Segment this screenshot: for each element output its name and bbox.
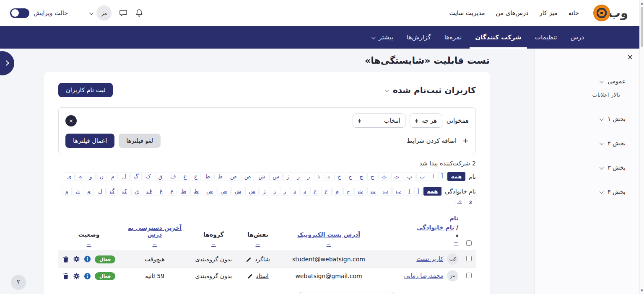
scroll-up-icon[interactable]: ▲	[640, 2, 644, 5]
collapse-column-link[interactable]: −	[153, 241, 157, 247]
firstname-initial-letter[interactable]: ن	[96, 172, 107, 181]
lastname-initial-letter[interactable]: ز	[270, 187, 279, 196]
lastname-initial-letter[interactable]: د	[300, 187, 309, 196]
lastname-initial-letter[interactable]: ا	[405, 187, 413, 196]
lastname-initial-letter[interactable]: گ	[106, 187, 118, 196]
drawer-section-3[interactable]: بخش ۲	[539, 140, 626, 147]
drawer-section-0[interactable]: عمومی	[539, 78, 626, 85]
lastname-initial-letter[interactable]: ژ	[260, 187, 269, 196]
firstname-initial-letter[interactable]: ف	[167, 172, 179, 181]
firstname-initial-letter[interactable]: آ	[438, 172, 447, 181]
lastname-initial-letter[interactable]: ق	[131, 187, 142, 196]
role-link[interactable]: شاگرد	[254, 256, 270, 263]
lastname-initial-letter[interactable]: ط	[190, 187, 202, 196]
topnav-link-2[interactable]: درس‌های من	[496, 10, 529, 16]
apply-filters-button[interactable]: اعمال فیلترها	[65, 134, 114, 148]
firstname-initial-letter[interactable]: ذ	[314, 172, 323, 181]
lastname-initial-letter[interactable]: ح	[321, 187, 331, 196]
info-icon[interactable]	[84, 255, 91, 263]
firstname-initial-letter[interactable]: ق	[155, 172, 166, 181]
enrolled-users-heading[interactable]: کاربران ثبت‌نام شده	[386, 85, 476, 95]
course-tab-4[interactable]: گزارش‌ها	[401, 26, 436, 49]
course-tab-1[interactable]: تنظیمات	[530, 26, 563, 49]
firstname-initial-letter[interactable]: ج	[367, 172, 377, 181]
lastname-initial-letter[interactable]: ض	[203, 187, 216, 196]
firstname-initial-letter[interactable]: ا	[429, 172, 437, 181]
firstname-initial-letter[interactable]: گ	[130, 172, 142, 181]
firstname-initial-letter[interactable]: ب	[416, 172, 428, 181]
match-select[interactable]: هر چه	[410, 113, 442, 128]
sort-by-lastname-link[interactable]: نام خانوادگی	[417, 224, 454, 231]
trash-icon[interactable]	[62, 273, 69, 279]
course-tab-5[interactable]: بیشتر	[367, 26, 399, 49]
gear-icon[interactable]	[73, 255, 80, 263]
role-link[interactable]: استاد	[256, 273, 268, 279]
topnav-link-1[interactable]: میز کار	[540, 10, 558, 16]
clear-filters-button[interactable]: لغو فیلترها	[119, 134, 161, 148]
gear-icon[interactable]	[73, 273, 80, 280]
lastname-initial-letter[interactable]: ذ	[290, 187, 299, 196]
edit-pencil-icon[interactable]	[247, 273, 253, 279]
firstname-initial-letter[interactable]: ز	[294, 172, 303, 181]
firstname-initial-letter[interactable]: ک	[143, 172, 154, 181]
close-icon[interactable]: ×	[627, 54, 633, 61]
lastname-initial-letter[interactable]: ج	[343, 187, 353, 196]
notifications-bell-icon[interactable]	[135, 9, 143, 17]
firstname-initial-letter[interactable]: غ	[180, 172, 190, 181]
lastname-initial-letter[interactable]: چ	[332, 187, 343, 196]
sort-by-firstname-link[interactable]: نام	[449, 215, 458, 222]
drawer-section-4[interactable]: بخش ۳	[539, 164, 626, 171]
messages-chat-icon[interactable]	[119, 9, 127, 17]
lastname-initial-letter[interactable]: و	[62, 187, 71, 196]
column-header-0[interactable]: آدرس پست الکترونیک	[297, 231, 360, 238]
edit-mode-toggle[interactable]	[10, 8, 29, 18]
trash-icon[interactable]	[62, 256, 69, 263]
firstname-initial-letter[interactable]: چ	[356, 172, 366, 181]
lastname-initial-letter[interactable]: خ	[310, 187, 320, 196]
lastname-initial-letter[interactable]: ث	[354, 187, 366, 196]
lastname-initial-letter[interactable]: ب	[392, 187, 404, 196]
drawer-section-5[interactable]: بخش ۴	[539, 188, 626, 195]
drawer-section-2[interactable]: بخش ۱	[539, 116, 626, 122]
bulk-actions-select[interactable]: انتخاب کنید...	[299, 292, 395, 294]
enrol-users-button[interactable]: ثبت نام کاربران	[58, 83, 113, 97]
firstname-initial-letter[interactable]: ض	[227, 172, 240, 181]
course-tab-0[interactable]: درس	[565, 26, 589, 49]
firstname-initial-letter[interactable]: ح	[345, 172, 355, 181]
lastname-initial-letter[interactable]: پ	[380, 187, 392, 196]
lastname-initial-letter[interactable]: ل	[95, 187, 105, 196]
firstname-initial-letter[interactable]: ع	[191, 172, 201, 181]
firstname-initial-letter[interactable]: ی	[64, 172, 75, 181]
firstname-initial-letter[interactable]: ص	[241, 172, 254, 181]
drawer-item-1[interactable]: تالار اعلانات	[539, 91, 620, 98]
add-condition-link[interactable]: + اضافه کردن شرایط	[407, 137, 469, 144]
lastname-initial-letter[interactable]: م	[84, 187, 94, 196]
firstname-initial-letter[interactable]: ل	[119, 172, 129, 181]
firstname-initial-letter[interactable]: خ	[334, 172, 344, 181]
lastname-initial-letter[interactable]: غ	[156, 187, 166, 196]
firstname-initial-letter[interactable]: پ	[404, 172, 415, 181]
collapse-column-link[interactable]: −	[454, 240, 458, 246]
lastname-initial-letter[interactable]: س	[245, 187, 259, 196]
remove-filter-button[interactable]: ×	[65, 115, 77, 126]
lastname-initial-letter[interactable]: ظ	[178, 187, 190, 196]
firstname-initial-letter[interactable]: ظ	[202, 172, 213, 181]
edit-pencil-icon[interactable]	[246, 257, 252, 263]
collapse-column-link[interactable]: −	[87, 241, 91, 247]
course-tab-2[interactable]: شرکت کنندگان	[470, 26, 527, 49]
topnav-link-0[interactable]: خانه	[569, 10, 579, 16]
open-blocks-drawer-button[interactable]	[0, 51, 14, 75]
firstname-initial-letter[interactable]: ط	[214, 172, 226, 181]
firstname-initial-letter[interactable]: ه	[75, 172, 85, 181]
lastname-initial-letter[interactable]: ه	[466, 196, 475, 205]
lastname-initial-letter[interactable]: ش	[231, 187, 245, 196]
user-name-link[interactable]: محمدرضا زمانی	[404, 272, 443, 279]
scroll-down-icon[interactable]: ▼	[640, 289, 644, 292]
firstname-initial-letter[interactable]: ر	[304, 172, 313, 181]
user-name-link[interactable]: کاربر تست	[416, 255, 443, 262]
firstname-initial-letter[interactable]: د	[324, 172, 333, 181]
collapse-column-link[interactable]: −	[256, 241, 260, 247]
firstname-initial-letter[interactable]: ش	[255, 172, 268, 181]
firstname-initial-letter[interactable]: س	[269, 172, 283, 181]
firstname-initial-letter[interactable]: و	[86, 172, 95, 181]
